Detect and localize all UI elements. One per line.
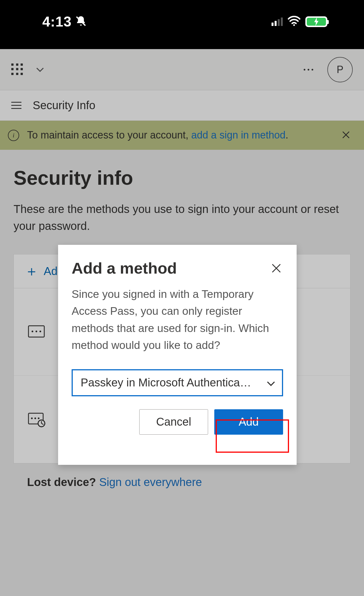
svg-point-9 [31, 417, 33, 419]
page-title: Security info [14, 167, 350, 189]
plus-icon: ＋ [25, 262, 39, 281]
method-select-dropdown[interactable]: Passkey in Microsoft Authenticator [72, 369, 283, 396]
sign-out-everywhere-link[interactable]: Sign out everywhere [99, 476, 202, 488]
page-description: These are the methods you use to sign in… [14, 201, 350, 234]
wifi-icon [287, 15, 301, 29]
cellular-signal-icon [272, 17, 283, 26]
info-banner: i To maintain access to your account, ad… [0, 121, 364, 150]
account-avatar[interactable]: P [327, 57, 353, 82]
dialog-title: Add a method [72, 259, 177, 277]
svg-point-10 [34, 417, 36, 419]
secondary-header: Security Info [0, 90, 364, 121]
temporary-access-pass-icon [28, 413, 46, 426]
lost-device-row: Lost device? Sign out everywhere [14, 463, 350, 489]
dialog-body-text: Since you signed in with a Temporary Acc… [72, 286, 283, 354]
banner-add-method-link[interactable]: add a sign in method [191, 129, 285, 141]
chevron-down-icon [267, 376, 275, 389]
add-button[interactable]: Add [214, 409, 283, 435]
more-options-icon[interactable] [304, 69, 313, 71]
password-method-icon [28, 325, 46, 339]
avatar-initial: P [337, 64, 343, 76]
app-launcher-icon[interactable] [11, 63, 24, 76]
svg-point-5 [32, 331, 33, 332]
notifications-muted-icon [75, 15, 87, 28]
svg-point-7 [39, 331, 41, 332]
info-icon: i [8, 130, 19, 141]
add-method-dialog: Add a method Since you signed in with a … [58, 245, 297, 465]
battery-charging-icon [305, 16, 327, 27]
method-select-value: Passkey in Microsoft Authenticator [81, 376, 252, 389]
app-switcher-chevron-icon[interactable] [35, 65, 45, 75]
info-banner-text: To maintain access to your account, add … [27, 129, 331, 142]
app-bar: P [0, 49, 364, 90]
secondary-header-title: Security Info [33, 99, 95, 112]
svg-point-1 [293, 24, 295, 26]
dialog-close-button[interactable] [270, 261, 283, 275]
svg-point-6 [36, 331, 37, 332]
banner-text-prefix: To maintain access to your account, [27, 129, 191, 141]
lost-device-label: Lost device? [27, 476, 99, 488]
phone-status-bar: 4:13 [0, 0, 364, 49]
svg-point-11 [38, 417, 39, 419]
status-time: 4:13 [42, 14, 72, 30]
cancel-button[interactable]: Cancel [139, 409, 208, 435]
banner-close-button[interactable] [339, 129, 353, 142]
banner-text-suffix: . [286, 129, 288, 141]
menu-icon[interactable] [11, 102, 21, 109]
